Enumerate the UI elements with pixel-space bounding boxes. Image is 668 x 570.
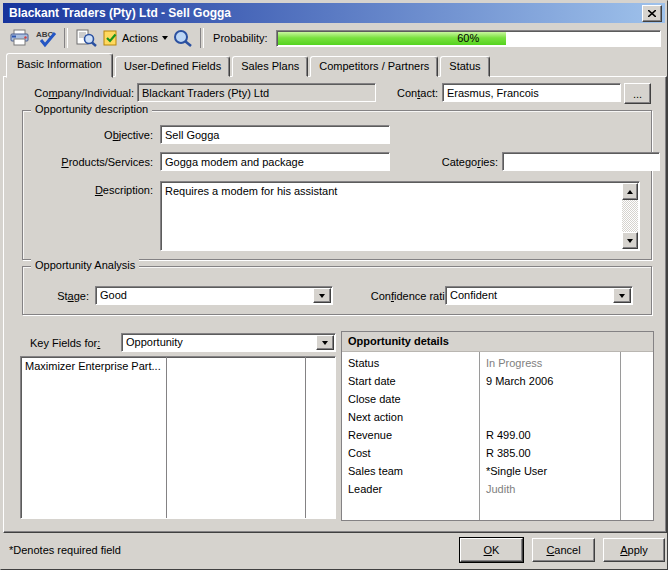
print-button[interactable] — [7, 26, 33, 50]
key-fields-list[interactable]: Maximizer Enterprise Part... — [20, 356, 336, 519]
tab-status[interactable]: Status — [440, 56, 489, 77]
detail-row-sales-team: Sales team*Single User — [342, 462, 653, 480]
toolbar-separator — [64, 28, 68, 48]
opportunity-dialog: Blackant Traders (Pty) Ltd - Sell Gogga … — [0, 0, 668, 570]
close-button[interactable] — [642, 5, 662, 22]
opportunity-details-panel: Opportunity details StatusIn Progress St… — [341, 331, 654, 521]
key-fields-list-item[interactable]: Maximizer Enterprise Part... — [25, 360, 161, 372]
opportunity-details-title: Opportunity details — [342, 332, 653, 352]
detail-row-cost: CostR 385.00 — [342, 444, 653, 462]
apply-button[interactable]: Apply — [603, 538, 665, 562]
actions-caret-icon — [162, 36, 168, 40]
magnifier-icon — [172, 29, 193, 48]
spellcheck-button[interactable]: ABC — [33, 26, 59, 50]
toolbar-separator — [200, 28, 204, 48]
stage-combobox[interactable]: Good — [95, 286, 333, 305]
arrow-up-icon — [627, 190, 633, 194]
opportunity-analysis-group-title: Opportunity Analysis — [31, 259, 139, 271]
description-label: Description: — [23, 184, 153, 196]
opportunity-analysis-group: Opportunity Analysis Stage: Good Confide… — [22, 266, 652, 315]
required-field-note: *Denotes required field — [9, 544, 121, 556]
chevron-down-icon — [322, 341, 328, 345]
cancel-button[interactable]: Cancel — [532, 538, 595, 562]
objective-field[interactable] — [160, 125, 390, 144]
scroll-down-button[interactable] — [622, 232, 638, 249]
description-scrollbar[interactable] — [622, 183, 638, 249]
description-box: Requires a modem for his assistant — [160, 181, 640, 251]
categories-label: Categories: — [418, 156, 498, 168]
scroll-up-button[interactable] — [622, 183, 638, 200]
toolbar: ABC Actions — [7, 25, 661, 51]
confidence-rating-combobox[interactable]: Confident — [445, 286, 633, 305]
tab-user-defined-fields[interactable]: User-Defined Fields — [115, 56, 230, 77]
chevron-down-icon — [319, 294, 325, 298]
contact-browse-button[interactable]: ... — [624, 83, 651, 104]
spellcheck-icon: ABC — [35, 29, 57, 48]
basic-information-page: Company/Individual: Contact: ... Opportu… — [3, 76, 667, 533]
detail-row-next-action: Next action — [342, 408, 653, 426]
stage-label: Stage: — [23, 290, 89, 302]
contact-field[interactable] — [442, 83, 621, 102]
find-document-icon — [75, 29, 97, 48]
opportunity-details-body: StatusIn Progress Start date9 March 2006… — [342, 352, 653, 520]
key-fields-value: Opportunity — [126, 336, 317, 348]
products-services-label: Products/Services: — [23, 156, 153, 168]
printer-icon — [9, 29, 31, 47]
detail-row-revenue: RevenueR 499.00 — [342, 426, 653, 444]
products-services-field[interactable] — [160, 152, 390, 171]
tab-strip: Basic Information User-Defined Fields Sa… — [6, 54, 492, 77]
zoom-button[interactable] — [170, 26, 195, 50]
stage-value: Good — [100, 289, 314, 301]
key-fields-dropdown-button[interactable] — [316, 335, 334, 350]
actions-icon — [101, 29, 119, 47]
find-document-button[interactable] — [73, 26, 99, 50]
ok-button[interactable]: OK — [460, 538, 523, 562]
grid-line — [479, 352, 480, 520]
objective-label: Objective: — [23, 129, 153, 141]
tab-competitors-partners[interactable]: Competitors / Partners — [310, 56, 438, 77]
probability-value: 60% — [277, 31, 661, 46]
probability-bar: 60% — [276, 30, 662, 47]
grid-line — [620, 352, 621, 520]
probability-label: Probability: — [213, 32, 267, 44]
detail-row-start-date: Start date9 March 2006 — [342, 372, 653, 390]
company-label: Company/Individual: — [12, 87, 134, 99]
confidence-rating-value: Confident — [450, 289, 614, 301]
detail-row-leader: LeaderJudith — [342, 480, 653, 498]
grid-line — [166, 357, 167, 518]
key-fields-combobox[interactable]: Opportunity — [121, 333, 336, 352]
arrow-down-icon — [627, 239, 633, 243]
confidence-dropdown-button[interactable] — [613, 288, 631, 303]
confidence-rating-label: Confidence rating: — [346, 290, 460, 302]
key-fields-label: Key Fields for: — [30, 337, 100, 349]
grid-line — [305, 357, 306, 518]
window-title: Blackant Traders (Pty) Ltd - Sell Gogga — [9, 6, 231, 20]
description-field[interactable]: Requires a modem for his assistant — [162, 183, 627, 251]
tab-basic-information[interactable]: Basic Information — [6, 53, 113, 78]
title-bar[interactable]: Blackant Traders (Pty) Ltd - Sell Gogga — [3, 3, 665, 23]
chevron-down-icon — [619, 294, 625, 298]
detail-row-close-date: Close date — [342, 390, 653, 408]
contact-label: Contact: — [388, 87, 438, 99]
opportunity-description-group-title: Opportunity description — [31, 103, 152, 115]
company-field[interactable] — [137, 83, 376, 102]
stage-dropdown-button[interactable] — [313, 288, 331, 303]
actions-menu-label: Actions — [122, 32, 158, 44]
tab-sales-plans[interactable]: Sales Plans — [232, 56, 308, 77]
close-icon — [648, 10, 656, 17]
opportunity-description-group: Opportunity description Objective: Produ… — [22, 110, 652, 260]
actions-menu-button[interactable]: Actions — [99, 26, 170, 50]
categories-field[interactable] — [502, 152, 660, 171]
detail-row-status: StatusIn Progress — [342, 354, 653, 372]
